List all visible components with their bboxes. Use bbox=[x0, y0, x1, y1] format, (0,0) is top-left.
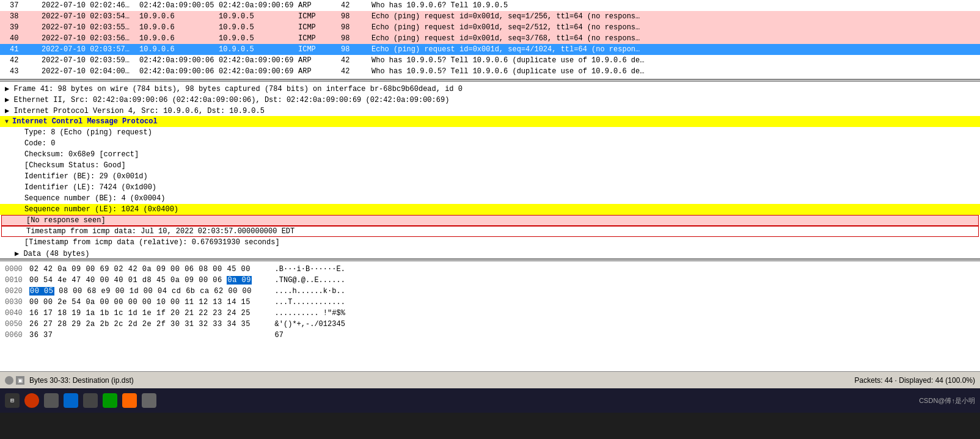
table-row[interactable]: L 41 2022-07-10 02:03:57… 10.9.0.6 10.9.… bbox=[0, 44, 980, 55]
packet-time: 2022-07-10 02:02:46… bbox=[42, 1, 139, 10]
app-icon-3[interactable] bbox=[83, 393, 98, 408]
packet-no: 43 bbox=[10, 67, 42, 76]
packet-dst: 02:42:0a:09:00:69 bbox=[219, 67, 298, 76]
packet-info: Echo (ping) request id=0x001d, seq=4/102… bbox=[371, 45, 978, 54]
taskbar-right: CSDN@傅↑是小明 bbox=[919, 396, 975, 405]
packet-info: Echo (ping) request id=0x001d, seq=3/768… bbox=[371, 34, 978, 43]
packet-dst: 10.9.0.5 bbox=[219, 12, 298, 21]
hex-highlight-2: 00 05 bbox=[29, 287, 54, 296]
hex-offset: 0020 bbox=[5, 287, 29, 296]
expand-arrow[interactable]: ▼ bbox=[5, 118, 12, 125]
hex-ascii: .......... !"#$% bbox=[275, 309, 345, 317]
packet-src: 02:42:0a:09:00:05 bbox=[139, 1, 219, 10]
table-row[interactable]: 39 2022-07-10 02:03:55… 10.9.0.6 10.9.0.… bbox=[0, 22, 980, 33]
table-row[interactable]: 37 2022-07-10 02:02:46… 02:42:0a:09:00:0… bbox=[0, 0, 980, 11]
detail-type: Type: 8 (Echo (ping) request) bbox=[0, 127, 980, 138]
packet-proto: ICMP bbox=[298, 45, 341, 54]
status-icons: ▣ bbox=[5, 376, 24, 385]
start-icon[interactable]: ⊞ bbox=[5, 393, 20, 408]
packet-len: 98 bbox=[341, 45, 371, 54]
table-row[interactable]: 40 2022-07-10 02:03:56… 10.9.0.6 10.9.0.… bbox=[0, 33, 980, 44]
hex-bytes: 02 42 0a 09 00 69 02 42 0a 09 00 06 08 0… bbox=[29, 265, 261, 274]
packet-len: 42 bbox=[341, 1, 371, 10]
taskbar: ⊞ CSDN@傅↑是小明 bbox=[0, 388, 980, 413]
detail-no-response: [No response seen] bbox=[1, 215, 979, 226]
packet-len: 42 bbox=[341, 67, 371, 76]
hex-bytes: 00 54 4e 47 40 00 40 01 d8 45 0a 09 00 0… bbox=[29, 276, 261, 285]
packet-info: Who has 10.9.0.6? Tell 10.9.0.5 bbox=[371, 1, 978, 10]
capture-file-icon[interactable]: ▣ bbox=[16, 376, 24, 385]
detail-code: Code: 0 bbox=[0, 138, 980, 149]
hex-offset: 0040 bbox=[5, 309, 29, 317]
table-row[interactable]: 42 2022-07-10 02:03:59… 02:42:0a:09:00:0… bbox=[0, 55, 980, 66]
hex-row: 0010 00 54 4e 47 40 00 40 01 d8 45 0a 09… bbox=[5, 275, 975, 286]
detail-ip: ▶ Internet Protocol Version 4, Src: 10.9… bbox=[0, 105, 980, 116]
packet-len: 98 bbox=[341, 34, 371, 43]
app-icon-4[interactable] bbox=[103, 393, 117, 408]
taskbar-watermark: CSDN@傅↑是小明 bbox=[919, 396, 975, 405]
search-icon[interactable] bbox=[24, 393, 39, 408]
hex-offset: 0030 bbox=[5, 298, 29, 307]
hex-ascii: ....h......k·b.. bbox=[275, 287, 345, 296]
packet-len: 42 bbox=[341, 56, 371, 65]
packet-dst: 10.9.0.5 bbox=[219, 34, 298, 43]
packet-proto: ICMP bbox=[298, 12, 341, 21]
packet-no: 39 bbox=[10, 23, 42, 32]
detail-timestamp-rel: [Timestamp from icmp data (relative): 0.… bbox=[0, 237, 980, 248]
hex-highlight: 0a 09 bbox=[227, 276, 252, 285]
packet-src: 02:42:0a:09:00:06 bbox=[139, 56, 219, 65]
app-icon-2[interactable] bbox=[64, 393, 78, 408]
packet-proto: ICMP bbox=[298, 34, 341, 43]
app-icon-1[interactable] bbox=[44, 393, 59, 408]
packet-info: Who has 10.9.0.5? Tell 10.9.0.6 (duplica… bbox=[371, 56, 978, 65]
packet-proto: ARP bbox=[298, 67, 341, 76]
packet-dst: 02:42:0a:09:00:69 bbox=[219, 56, 298, 65]
status-bar: ▣ Bytes 30-33: Destination (ip.dst) Pack… bbox=[0, 371, 980, 388]
hex-row: 0040 16 17 18 19 1a 1b 1c 1d 1e 1f 20 21… bbox=[5, 308, 975, 319]
hex-ascii: ...T............ bbox=[275, 298, 345, 307]
detail-seq-be: Sequence number (BE): 4 (0x0004) bbox=[0, 193, 980, 204]
hex-offset: 0060 bbox=[5, 331, 29, 339]
hex-row: 0060 36 37 67 bbox=[5, 330, 975, 341]
packet-no: 40 bbox=[10, 34, 42, 43]
packet-proto: ARP bbox=[298, 1, 341, 10]
packet-dst: 10.9.0.5 bbox=[219, 23, 298, 32]
packet-time: 2022-07-10 02:04:00… bbox=[42, 67, 139, 76]
hex-offset: 0050 bbox=[5, 320, 29, 328]
detail-id-le: Identifier (LE): 7424 (0x1d00) bbox=[0, 182, 980, 193]
packet-list[interactable]: 37 2022-07-10 02:02:46… 02:42:0a:09:00:0… bbox=[0, 0, 980, 79]
detail-checksum: Checksum: 0x68e9 [correct] bbox=[0, 149, 980, 160]
packet-src: 10.9.0.6 bbox=[139, 12, 219, 21]
packet-time: 2022-07-10 02:03:55… bbox=[42, 23, 139, 32]
packet-info: Echo (ping) request id=0x001d, seq=1/256… bbox=[371, 12, 978, 21]
packet-no: 37 bbox=[10, 1, 42, 10]
packet-no: 41 bbox=[10, 45, 42, 54]
packet-proto: ICMP bbox=[298, 23, 341, 32]
status-left: ▣ Bytes 30-33: Destination (ip.dst) bbox=[5, 376, 134, 385]
hex-ascii: .B···i·B······E. bbox=[275, 265, 345, 274]
hex-row: 0000 02 42 0a 09 00 69 02 42 0a 09 00 06… bbox=[5, 264, 975, 275]
hex-offset: 0010 bbox=[5, 276, 29, 285]
detail-ethernet: ▶ Ethernet II, Src: 02:42:0a:09:00:06 (0… bbox=[0, 94, 980, 105]
table-row[interactable]: 43 2022-07-10 02:04:00… 02:42:0a:09:00:0… bbox=[0, 66, 980, 77]
status-text: Bytes 30-33: Destination (ip.dst) bbox=[29, 376, 134, 385]
hex-row: 0020 00 05 08 00 68 e9 00 1d 00 04 cd 6b… bbox=[5, 286, 975, 297]
packet-proto: ARP bbox=[298, 56, 341, 65]
packet-info: Who has 10.9.0.5? Tell 10.9.0.6 (duplica… bbox=[371, 67, 978, 76]
packet-src: 02:42:0a:09:00:06 bbox=[139, 67, 219, 76]
table-row[interactable]: 38 2022-07-10 02:03:54… 10.9.0.6 10.9.0.… bbox=[0, 11, 980, 22]
hex-offset: 0000 bbox=[5, 265, 29, 274]
packet-src: 10.9.0.6 bbox=[139, 34, 219, 43]
packet-time: 2022-07-10 02:03:54… bbox=[42, 12, 139, 21]
packet-detail[interactable]: ▶ Frame 41: 98 bytes on wire (784 bits),… bbox=[0, 82, 980, 259]
packet-time: 2022-07-10 02:03:59… bbox=[42, 56, 139, 65]
packet-dst: 02:42:0a:09:00:69 bbox=[219, 1, 298, 10]
hex-dump[interactable]: 0000 02 42 0a 09 00 69 02 42 0a 09 00 06… bbox=[0, 261, 980, 371]
icmp-label: Internet Control Message Protocol bbox=[12, 117, 158, 126]
app-icon-6[interactable] bbox=[142, 393, 156, 408]
packet-no: 38 bbox=[10, 12, 42, 21]
capture-status-icon[interactable] bbox=[5, 376, 13, 385]
app-icon-5[interactable] bbox=[122, 393, 137, 408]
hex-ascii: 67 bbox=[275, 331, 283, 339]
packet-src: 10.9.0.6 bbox=[139, 45, 219, 54]
